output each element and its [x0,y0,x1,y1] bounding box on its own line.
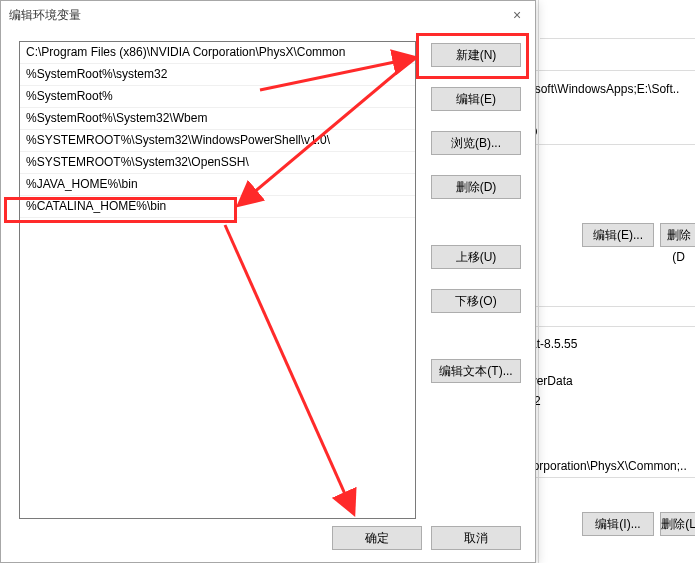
list-item[interactable]: %SystemRoot%\System32\Wbem [20,108,415,130]
titlebar[interactable]: 编辑环境变量 × [1,1,535,29]
bg-physx-fragment: Corporation\PhysX\Common;.. [524,459,687,473]
bg-delete-l-button[interactable]: 删除(L [660,512,695,536]
browse-button[interactable]: 浏览(B)... [431,131,521,155]
bg-edit-i-button[interactable]: 编辑(I)... [582,512,654,536]
path-listbox[interactable]: C:\Program Files (x86)\NVIDIA Corporatio… [19,41,416,519]
edit-env-var-dialog: 编辑环境变量 × C:\Program Files (x86)\NVIDIA C… [0,0,536,563]
delete-button[interactable]: 删除(D) [431,175,521,199]
move-up-button[interactable]: 上移(U) [431,245,521,269]
dialog-title: 编辑环境变量 [9,7,81,24]
button-column: 新建(N) 编辑(E) 浏览(B)... 删除(D) 上移(U) 下移(O) 编… [431,43,521,389]
new-button[interactable]: 新建(N) [431,43,521,67]
footer-buttons: 确定 取消 [326,526,521,550]
bg-path-fragment-1: rosoft\WindowsApps;E:\Soft.. [524,82,695,96]
list-item[interactable]: %SystemRoot% [20,86,415,108]
list-item[interactable]: %JAVA_HOME%\bin [20,174,415,196]
list-item[interactable]: %SystemRoot%\system32 [20,64,415,86]
ok-button[interactable]: 确定 [332,526,422,550]
list-item[interactable]: %CATALINA_HOME%\bin [20,196,415,218]
edit-button[interactable]: 编辑(E) [431,87,521,111]
bg-delete-d-button[interactable]: 删除(D [660,223,695,247]
list-item[interactable]: %SYSTEMROOT%\System32\OpenSSH\ [20,152,415,174]
bg-edit-e-button[interactable]: 编辑(E)... [582,223,654,247]
edit-text-button[interactable]: 编辑文本(T)... [431,359,521,383]
list-item[interactable]: %SYSTEMROOT%\System32\WindowsPowerShell\… [20,130,415,152]
move-down-button[interactable]: 下移(O) [431,289,521,313]
close-icon[interactable]: × [507,7,527,23]
cancel-button[interactable]: 取消 [431,526,521,550]
list-item[interactable]: C:\Program Files (x86)\NVIDIA Corporatio… [20,42,415,64]
